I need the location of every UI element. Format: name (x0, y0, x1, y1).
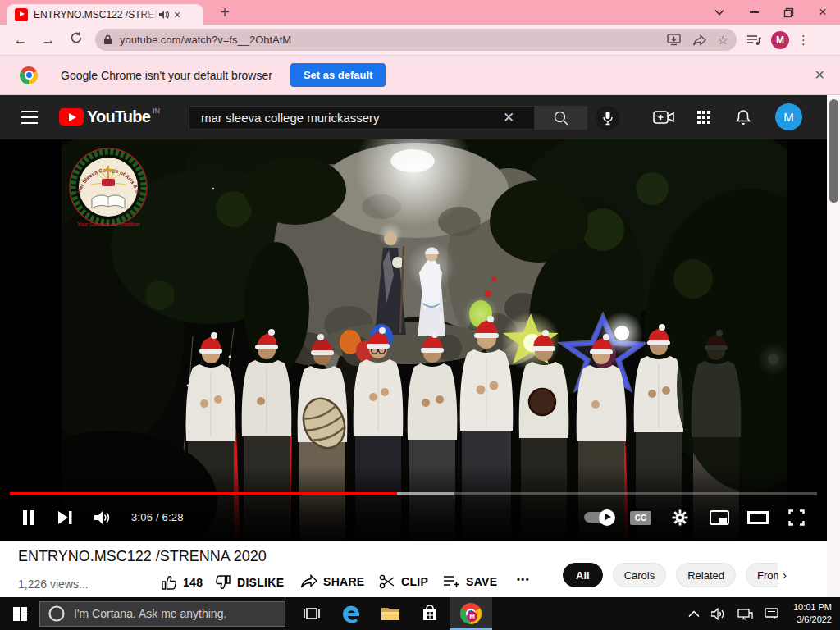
country-code: IN (153, 107, 160, 115)
played-bar (10, 492, 397, 495)
browser-tab[interactable]: ENTRYNO.MSC122 /STRENN × (7, 4, 203, 25)
chip-related[interactable]: Related (676, 563, 736, 587)
clip-button[interactable]: CLIP (379, 574, 428, 589)
new-tab-button[interactable]: + (215, 2, 235, 22)
tab-title: ENTRYNO.MSC122 /STRENN (34, 9, 158, 21)
cc-button[interactable]: CC (630, 511, 651, 525)
search-icon (553, 110, 569, 126)
notifications-bell-icon[interactable] (731, 105, 756, 130)
tab-close-icon[interactable]: × (174, 9, 180, 21)
action-center-icon[interactable] (765, 608, 778, 620)
edge-icon (340, 603, 362, 624)
volume-icon[interactable] (90, 505, 115, 530)
dislike-button[interactable]: DISLIKE (215, 574, 284, 591)
thumbs-down-icon (215, 574, 231, 591)
store-icon (421, 605, 439, 623)
chrome-logo-icon (20, 66, 38, 84)
miniplayer-icon[interactable] (707, 505, 732, 530)
youtube-avatar[interactable]: M (775, 103, 802, 130)
set-default-button[interactable]: Set as default (290, 63, 386, 87)
start-button[interactable] (0, 597, 39, 630)
default-browser-banner: Google Chrome isn't your default browser… (0, 55, 840, 95)
save-playlist-icon (443, 574, 460, 589)
tray-network-icon[interactable] (737, 608, 753, 620)
window-controls: × (702, 0, 840, 25)
restore-button[interactable] (771, 0, 806, 25)
banner-close-icon[interactable]: ✕ (815, 67, 825, 83)
store-button[interactable] (410, 597, 450, 630)
like-button[interactable]: 148 (161, 574, 203, 591)
theater-mode-icon[interactable] (746, 505, 770, 530)
chrome-taskbar-button[interactable]: M (450, 597, 492, 630)
settings-gear-icon[interactable] (668, 505, 692, 530)
guide-menu-icon[interactable] (21, 111, 38, 124)
youtube-play-icon (59, 108, 84, 126)
autoplay-toggle[interactable] (584, 512, 614, 523)
tray-chevron-icon[interactable] (688, 610, 700, 618)
tab-strip: ENTRYNO.MSC122 /STRENN × + × (0, 0, 840, 25)
college-motto: Your Success our Tradition (77, 221, 140, 227)
browser-toolbar: ← → youtube.com/watch?v=fs__2OhtAtM ☆ M … (0, 25, 840, 55)
create-video-icon[interactable] (651, 105, 676, 130)
tab-search-chevron-icon[interactable] (702, 0, 737, 25)
chip-from[interactable]: From (746, 563, 778, 587)
search-clear-icon[interactable]: ✕ (503, 109, 514, 126)
taskbar-clock[interactable]: 10:01 PM 3/6/2022 (793, 601, 832, 626)
windows-taskbar: I'm Cortana. Ask me anything. M 10:01 PM (0, 597, 840, 630)
install-icon[interactable] (667, 34, 681, 46)
system-tray: 10:01 PM 3/6/2022 (688, 601, 840, 626)
youtube-logo[interactable]: YouTube IN (59, 108, 160, 126)
tray-volume-icon[interactable] (711, 608, 726, 620)
search-button[interactable] (535, 106, 587, 130)
view-count: 1,226 views... (18, 578, 89, 591)
windows-logo-icon (13, 607, 27, 621)
youtube-masthead: YouTube IN ✕ M (0, 95, 827, 139)
minimize-button[interactable] (737, 0, 771, 25)
player-controls: 3:06 / 6:28 CC (0, 500, 827, 536)
forward-icon[interactable]: → (34, 32, 62, 48)
video-player: Mar Sleeva College of Arts & Science You… (0, 139, 827, 541)
browser-profile-avatar[interactable]: M (771, 31, 789, 49)
more-actions-button[interactable]: ••• (517, 574, 530, 584)
scrollbar-thumb[interactable] (829, 99, 838, 203)
next-button[interactable] (52, 505, 77, 530)
folder-icon (381, 605, 400, 622)
close-window-button[interactable]: × (806, 0, 840, 25)
omnibox[interactable]: youtube.com/watch?v=fs__2OhtAtM ☆ (95, 29, 737, 51)
scissors-icon (379, 574, 395, 589)
cortana-placeholder: I'm Cortana. Ask me anything. (74, 607, 226, 620)
chip-carols[interactable]: Carols (613, 563, 667, 587)
pause-button[interactable] (16, 505, 41, 530)
reload-icon[interactable] (62, 31, 90, 48)
task-view-icon (303, 606, 321, 621)
filter-chips: All Carols Related From (563, 563, 778, 589)
chips-next-chevron-icon[interactable]: › (783, 568, 787, 582)
tab-audio-icon[interactable] (158, 10, 169, 20)
progress-bar[interactable] (10, 492, 817, 495)
youtube-apps-icon[interactable] (692, 105, 716, 130)
media-controls-icon[interactable] (746, 34, 761, 46)
edge-button[interactable] (331, 597, 371, 630)
url-text[interactable]: youtube.com/watch?v=fs__2OhtAtM (120, 34, 655, 46)
cortana-icon (48, 605, 66, 623)
voice-search-button[interactable] (596, 106, 620, 130)
cortana-search-box[interactable]: I'm Cortana. Ask me anything. (39, 601, 285, 627)
chip-all[interactable]: All (563, 563, 603, 587)
back-icon[interactable]: ← (7, 32, 34, 48)
browser-menu-icon[interactable]: ⋮ (797, 33, 810, 48)
banner-message: Google Chrome isn't your default browser (61, 69, 272, 82)
share-button[interactable]: SHARE (300, 574, 365, 589)
share-icon[interactable] (692, 34, 706, 46)
fullscreen-icon[interactable] (784, 505, 809, 530)
search-box[interactable]: ✕ (189, 106, 535, 130)
mic-icon (602, 111, 614, 126)
file-explorer-button[interactable] (371, 597, 410, 630)
video-title: ENTRYNO.MSC122 /STRENNA 2020 (18, 548, 267, 565)
chrome-icon: M (460, 603, 482, 624)
save-button[interactable]: SAVE (443, 574, 497, 589)
tambourine (529, 389, 555, 415)
task-view-button[interactable] (292, 597, 331, 630)
bookmark-star-icon[interactable]: ☆ (718, 34, 728, 46)
like-count: 148 (183, 576, 203, 589)
search-input[interactable] (199, 110, 503, 126)
